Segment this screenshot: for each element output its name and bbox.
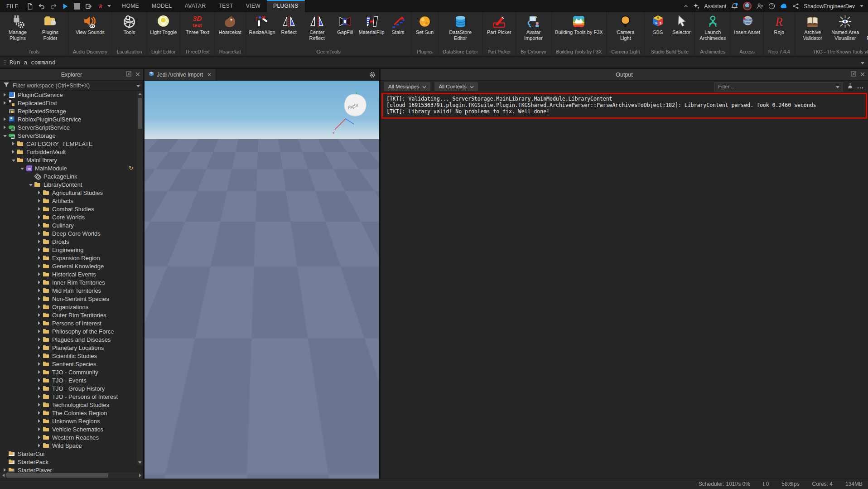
- run-script-icon[interactable]: R: [96, 1, 106, 11]
- tree-item-serverscriptservice[interactable]: ServerScriptService: [0, 123, 137, 131]
- new-file-icon[interactable]: [25, 1, 35, 11]
- ribbon-button-named-area-visualiser[interactable]: Named Area Visualiser: [829, 14, 862, 41]
- ribbon-button-view-sounds[interactable]: View Sounds: [74, 14, 106, 36]
- tab-close-icon[interactable]: ✕: [207, 72, 212, 78]
- ribbon-tab-avatar[interactable]: AVATAR: [178, 0, 212, 12]
- ribbon-tab-home[interactable]: HOME: [116, 0, 145, 12]
- horizontal-scroll-thumb[interactable]: [6, 473, 108, 478]
- expand-arrow-icon[interactable]: [2, 468, 8, 472]
- ribbon-tab-model[interactable]: MODEL: [145, 0, 178, 12]
- platform-with-star-emblem[interactable]: [148, 216, 249, 257]
- tree-item-historical-events[interactable]: Historical Events: [0, 270, 137, 278]
- expand-arrow-icon[interactable]: [36, 419, 42, 423]
- collapse-arrow-icon[interactable]: [28, 183, 34, 186]
- ribbon-button-launch-archimedes[interactable]: Launch Archimedes: [696, 14, 729, 41]
- output-log-area[interactable]: [TKT]: Validating... ServerStorage.MainL…: [381, 92, 868, 479]
- expand-arrow-icon[interactable]: [36, 240, 42, 243]
- expand-arrow-icon[interactable]: [36, 338, 42, 341]
- expand-arrow-icon[interactable]: [10, 142, 16, 145]
- 3d-viewport[interactable]: Right x: [145, 81, 379, 479]
- tree-item-non-sentient-species[interactable]: Non-Sentient Species: [0, 295, 137, 303]
- ribbon-button-insert-asset[interactable]: INSERTASSETInsert Asset: [732, 14, 762, 36]
- expand-arrow-icon[interactable]: [36, 354, 42, 358]
- clear-output-broom-icon[interactable]: [847, 82, 853, 91]
- share-icon[interactable]: [793, 3, 799, 9]
- tree-item-tjo-group-history[interactable]: TJO - Group History: [0, 384, 137, 392]
- expand-arrow-icon[interactable]: [36, 444, 42, 447]
- tree-item-the-colonies-region[interactable]: The Colonies Region: [0, 409, 137, 417]
- notifications-bell-icon[interactable]: [731, 3, 738, 10]
- collapse-arrow-icon[interactable]: [19, 167, 25, 170]
- ribbon-button-sbs[interactable]: SSBSBS: [646, 14, 670, 36]
- assistant-label[interactable]: Assistant: [704, 3, 727, 10]
- ribbon-button-archive-validator[interactable]: Archive Validator: [796, 14, 829, 41]
- expand-arrow-icon[interactable]: [36, 362, 42, 366]
- explorer-filter[interactable]: Filter workspace (Ctrl+Shift+X): [0, 81, 143, 91]
- ribbon-button-center-reflect[interactable]: Center Reflect: [301, 14, 333, 41]
- collapse-ribbon-icon[interactable]: [684, 5, 688, 8]
- tree-item-tjo-community[interactable]: TJO - Community: [0, 368, 137, 376]
- explorer-filter-input[interactable]: Filter workspace (Ctrl+Shift+X): [13, 82, 90, 89]
- vertical-scroll-thumb[interactable]: [138, 98, 142, 129]
- tree-item-combat-studies[interactable]: Combat Studies: [0, 205, 137, 213]
- output-filter-input[interactable]: Filter...: [714, 82, 843, 92]
- package-sync-icon[interactable]: ↻: [129, 165, 133, 171]
- tree-item-pluginguiservice[interactable]: PluginGuiService: [0, 91, 137, 99]
- tree-item-persons-of-interest[interactable]: Persons of Interest: [0, 319, 137, 327]
- tree-item-general-knowledge[interactable]: General Knowledge: [0, 262, 137, 270]
- file-menu-button[interactable]: FILE: [0, 3, 25, 10]
- tree-item-mainmodule[interactable]: MainModule↻: [0, 164, 137, 172]
- ribbon-button-part-picker[interactable]: Part Picker: [485, 14, 513, 36]
- tree-item-librarycontent[interactable]: LibraryContent: [0, 180, 137, 189]
- command-bar-grip-icon[interactable]: [4, 59, 6, 65]
- view-selector-cube[interactable]: Right x: [328, 91, 375, 141]
- tree-item-culinary[interactable]: Culinary: [0, 221, 137, 229]
- expand-arrow-icon[interactable]: [36, 346, 42, 349]
- explorer-horizontal-scrollbar[interactable]: [0, 472, 143, 479]
- tab-jedi-archive-import[interactable]: Jedi Archive Import ✕: [145, 69, 216, 80]
- expand-arrow-icon[interactable]: [36, 191, 42, 194]
- tree-item-sentient-species[interactable]: Sentient Species: [0, 360, 137, 368]
- ribbon-button-manage-plugins[interactable]: Manage Plugins: [1, 14, 34, 41]
- expand-arrow-icon[interactable]: [36, 256, 42, 260]
- tree-item-starterplayer[interactable]: StarterPlayer: [0, 466, 137, 472]
- ribbon-button-avatar-importer[interactable]: Avatar Importer: [517, 14, 550, 41]
- ribbon-button-building-tools-by-f3x[interactable]: Building Tools by F3X: [553, 14, 605, 36]
- tree-item-starterpack[interactable]: StarterPack: [0, 458, 137, 466]
- output-filter-dropdown-icon[interactable]: [836, 84, 839, 89]
- expand-arrow-icon[interactable]: [2, 126, 8, 129]
- all-contexts-dropdown[interactable]: All Contexts: [434, 82, 477, 91]
- expand-arrow-icon[interactable]: [2, 117, 8, 121]
- expand-arrow-icon[interactable]: [36, 199, 42, 203]
- ribbon-button-resizealign[interactable]: ResizeAlign: [247, 14, 277, 36]
- expand-arrow-icon[interactable]: [36, 321, 42, 325]
- ribbon-button-hilt-set-processor[interactable]: Hilt Set Processor: [862, 14, 868, 41]
- redo-icon[interactable]: [48, 1, 58, 11]
- command-bar[interactable]: Run a command: [0, 57, 868, 69]
- tree-item-technological-studies[interactable]: Technological Studies: [0, 401, 137, 409]
- tree-item-plagues-and-diseases[interactable]: Plagues and Diseases: [0, 335, 137, 344]
- expand-arrow-icon[interactable]: [36, 223, 42, 227]
- user-dropdown-icon[interactable]: [860, 5, 863, 7]
- undo-icon[interactable]: [37, 1, 47, 11]
- expand-arrow-icon[interactable]: [36, 329, 42, 333]
- expand-arrow-icon[interactable]: [36, 281, 42, 284]
- expand-arrow-icon[interactable]: [36, 289, 42, 292]
- ribbon-tab-plugins[interactable]: PLUGINS: [267, 0, 304, 12]
- ribbon-button-three-text[interactable]: 3DtextThree Text: [184, 14, 211, 36]
- tree-item-droids[interactable]: Droids: [0, 237, 137, 246]
- tree-item-scientific-studies[interactable]: Scientific Studies: [0, 352, 137, 360]
- ribbon-button-hoarcekat[interactable]: Hoarcekat: [217, 14, 243, 36]
- qat-dropdown-icon[interactable]: [107, 0, 111, 12]
- add-collaborator-icon[interactable]: [757, 3, 763, 9]
- stop-button[interactable]: [72, 1, 82, 11]
- expand-arrow-icon[interactable]: [36, 305, 42, 309]
- help-icon[interactable]: ?: [768, 3, 775, 10]
- tree-item-replicatedstorage[interactable]: ReplicatedStorage: [0, 107, 137, 115]
- play-button[interactable]: [60, 1, 70, 11]
- filter-funnel-icon[interactable]: [3, 82, 10, 89]
- cloud-sync-icon[interactable]: [780, 4, 788, 9]
- expand-arrow-icon[interactable]: [36, 395, 42, 398]
- ribbon-button-light-toggle[interactable]: Light Toggle: [148, 14, 178, 36]
- avatar[interactable]: [743, 2, 752, 10]
